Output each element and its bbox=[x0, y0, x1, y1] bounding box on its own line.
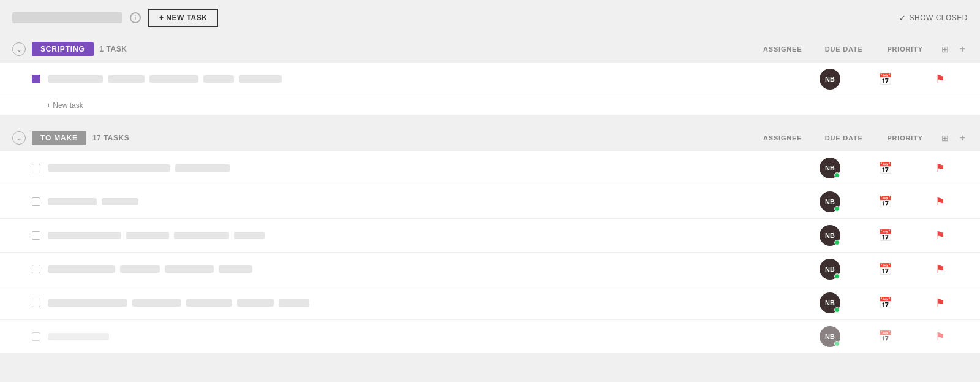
table-row: NB 📅 ⚑ bbox=[0, 151, 980, 185]
task-assignee: NB bbox=[802, 191, 858, 212]
table-row: NB 📅 ⚑ bbox=[0, 185, 980, 219]
to-make-collapse-button[interactable]: ⌄ bbox=[12, 131, 26, 145]
flag-icon: ⚑ bbox=[935, 72, 945, 86]
project-title-placeholder bbox=[12, 12, 123, 23]
task-checkbox[interactable] bbox=[32, 75, 40, 83]
online-indicator bbox=[834, 206, 840, 212]
task-priority[interactable]: ⚑ bbox=[913, 72, 968, 86]
to-make-section-header: ⌄ TO MAKE 17 TASKS ASSIGNEE DUE DATE PRI… bbox=[0, 124, 980, 151]
task-priority[interactable]: ⚑ bbox=[913, 161, 968, 175]
avatar-initials: NB bbox=[825, 333, 835, 340]
plus-icon: + bbox=[960, 44, 965, 54]
flag-icon: ⚑ bbox=[935, 330, 945, 343]
task-checkbox[interactable] bbox=[32, 197, 40, 206]
task-checkbox[interactable] bbox=[32, 299, 40, 307]
top-bar: i + NEW TASK ✓ SHOW CLOSED bbox=[0, 0, 980, 36]
online-indicator bbox=[834, 172, 840, 178]
task-due-date[interactable]: 📅 bbox=[858, 296, 913, 310]
task-priority[interactable]: ⚑ bbox=[913, 229, 968, 242]
task-assignee: NB bbox=[802, 225, 858, 246]
scripting-assignee-header: ASSIGNEE bbox=[755, 45, 810, 53]
chevron-down-icon: ⌄ bbox=[17, 46, 21, 53]
table-row: NB 📅 ⚑ bbox=[0, 253, 980, 286]
task-text-blur bbox=[48, 232, 121, 239]
show-closed-button[interactable]: ✓ SHOW CLOSED bbox=[899, 13, 968, 23]
task-text-blur bbox=[48, 299, 127, 307]
task-text-blur bbox=[234, 232, 265, 239]
scripting-collapse-button[interactable]: ⌄ bbox=[12, 42, 26, 56]
task-priority[interactable]: ⚑ bbox=[913, 195, 968, 208]
calendar-icon: 📅 bbox=[878, 161, 892, 175]
task-due-date[interactable]: 📅 bbox=[858, 72, 913, 86]
task-text-blur bbox=[165, 265, 214, 273]
task-text-blur bbox=[203, 75, 234, 83]
task-due-date[interactable]: 📅 bbox=[858, 229, 913, 242]
scripting-tasks-container: NB 📅 ⚑ bbox=[0, 63, 980, 96]
online-indicator bbox=[834, 273, 840, 279]
to-make-task-count: 17 TASKS bbox=[92, 134, 129, 142]
task-due-date[interactable]: 📅 bbox=[858, 330, 913, 343]
scripting-grid-view-button[interactable]: ⊞ bbox=[939, 44, 951, 55]
table-row: NB 📅 ⚑ bbox=[0, 219, 980, 253]
task-priority[interactable]: ⚑ bbox=[913, 296, 968, 310]
task-text bbox=[48, 232, 802, 239]
task-text bbox=[48, 265, 802, 273]
info-icon[interactable]: i bbox=[130, 12, 141, 23]
table-row: NB 📅 ⚑ bbox=[0, 286, 980, 320]
task-assignee: NB bbox=[802, 69, 858, 90]
calendar-icon: 📅 bbox=[878, 72, 892, 86]
avatar: NB bbox=[820, 191, 840, 212]
to-make-grid-view-button[interactable]: ⊞ bbox=[939, 132, 951, 143]
table-row: NB 📅 ⚑ bbox=[0, 63, 980, 96]
scripting-new-task-link[interactable]: + New task bbox=[0, 96, 980, 115]
task-text bbox=[48, 299, 802, 307]
scripting-task-count: 1 TASK bbox=[100, 45, 127, 53]
calendar-icon: 📅 bbox=[878, 262, 892, 276]
task-due-date[interactable]: 📅 bbox=[858, 161, 913, 175]
calendar-icon: 📅 bbox=[878, 229, 892, 242]
online-indicator bbox=[834, 307, 840, 313]
task-assignee: NB bbox=[802, 259, 858, 280]
task-text-blur bbox=[174, 232, 229, 239]
to-make-tasks-container: NB 📅 ⚑ NB bbox=[0, 151, 980, 353]
task-text-blur bbox=[102, 198, 138, 205]
to-make-section-tag[interactable]: TO MAKE bbox=[32, 131, 86, 145]
to-make-priority-header: PRIORITY bbox=[878, 134, 933, 142]
flag-icon: ⚑ bbox=[935, 161, 945, 175]
task-assignee: NB bbox=[802, 326, 858, 347]
avatar-initials: NB bbox=[825, 164, 835, 172]
task-text-blur bbox=[175, 164, 230, 172]
task-priority[interactable]: ⚑ bbox=[913, 262, 968, 276]
task-checkbox[interactable] bbox=[32, 265, 40, 273]
online-indicator bbox=[834, 341, 840, 346]
task-text-blur bbox=[279, 299, 309, 307]
task-checkbox[interactable] bbox=[32, 332, 40, 341]
avatar: NB bbox=[820, 69, 840, 90]
flag-icon: ⚑ bbox=[935, 262, 945, 276]
task-text bbox=[48, 164, 802, 172]
to-make-due-date-header: DUE DATE bbox=[816, 134, 872, 142]
task-checkbox[interactable] bbox=[32, 231, 40, 240]
scripting-section-tag[interactable]: SCRIPTING bbox=[32, 42, 94, 56]
task-text bbox=[48, 333, 802, 340]
task-text-blur bbox=[237, 299, 274, 307]
task-text-blur bbox=[48, 164, 170, 172]
task-due-date[interactable]: 📅 bbox=[858, 262, 913, 276]
task-text-blur bbox=[219, 265, 252, 273]
to-make-add-button[interactable]: + bbox=[957, 132, 968, 143]
avatar: NB bbox=[820, 326, 840, 347]
scripting-priority-header: PRIORITY bbox=[878, 45, 933, 53]
new-task-button[interactable]: + NEW TASK bbox=[148, 9, 218, 27]
task-text-blur bbox=[239, 75, 282, 83]
task-text-blur bbox=[48, 265, 115, 273]
chevron-down-icon: ⌄ bbox=[17, 135, 21, 142]
avatar-initials: NB bbox=[825, 198, 835, 205]
scripting-add-button[interactable]: + bbox=[957, 44, 968, 55]
task-due-date[interactable]: 📅 bbox=[858, 195, 913, 208]
task-priority[interactable]: ⚑ bbox=[913, 330, 968, 343]
task-text-blur bbox=[120, 265, 160, 273]
task-text-blur bbox=[132, 299, 181, 307]
task-checkbox[interactable] bbox=[32, 164, 40, 172]
flag-icon: ⚑ bbox=[935, 296, 945, 310]
to-make-assignee-header: ASSIGNEE bbox=[755, 134, 810, 142]
